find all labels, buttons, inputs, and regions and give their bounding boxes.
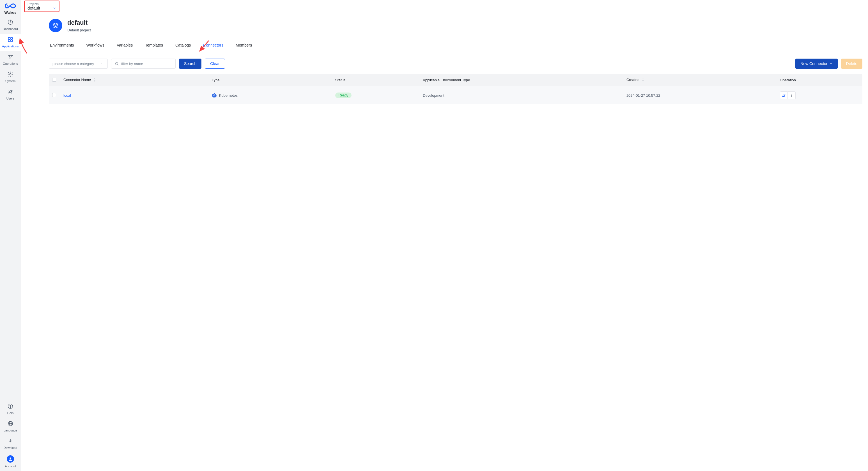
col-env-type: Applicable Environment Type [420, 74, 623, 86]
main-content: Projects default default Default project… [21, 0, 868, 471]
env-type: Development [423, 93, 444, 98]
delete-button[interactable]: Delete [841, 59, 862, 69]
project-selector[interactable]: Projects default [24, 1, 60, 12]
users-icon [7, 89, 13, 95]
tab-connectors[interactable]: Connectors [202, 40, 224, 51]
sidebar-item-label: Language [4, 429, 18, 432]
sidebar-item-operations[interactable]: Operations [0, 51, 21, 68]
tab-variables[interactable]: Variables [116, 40, 134, 51]
svg-point-3 [12, 22, 12, 23]
connector-type: Kubernetes [219, 93, 238, 98]
search-button[interactable]: Search [179, 59, 202, 69]
search-icon [115, 62, 119, 66]
category-placeholder: please choose a category [53, 62, 94, 66]
sidebar-item-label: Applications [2, 44, 19, 48]
sidebar-item-label: Dashboard [3, 27, 18, 31]
svg-point-25 [791, 96, 792, 97]
filter-input-wrap [111, 59, 176, 69]
kubernetes-icon [212, 93, 217, 98]
dashboard-icon [7, 19, 13, 25]
created-at: 2024-01-27 10:57:22 [626, 93, 660, 98]
row-checkbox[interactable] [52, 93, 56, 97]
col-status: Status [332, 74, 420, 86]
tab-catalogs[interactable]: Catalogs [174, 40, 192, 51]
chevron-down-icon [101, 62, 104, 65]
sidebar-item-language[interactable]: Language [0, 418, 21, 435]
svg-point-24 [791, 95, 792, 96]
category-select[interactable]: please choose a category [49, 59, 108, 69]
person-icon [8, 457, 12, 461]
svg-rect-6 [11, 38, 12, 39]
tab-environments[interactable]: Environments [49, 40, 75, 51]
col-created[interactable]: Created [623, 74, 777, 86]
chevron-down-icon [53, 6, 56, 10]
edit-button[interactable] [780, 91, 788, 99]
sidebar-item-label: System [5, 79, 16, 83]
walrus-logo-icon [5, 3, 16, 9]
connectors-table-wrap: Connector Name Type Status Applicable En… [21, 74, 868, 104]
svg-point-19 [116, 62, 118, 65]
sort-icon [642, 78, 644, 82]
table-row: local Kubernetes Ready [49, 86, 862, 104]
sidebar-item-label: Account [5, 465, 16, 468]
new-connector-button[interactable]: New Connector [795, 59, 838, 69]
sidebar-item-users[interactable]: Users [0, 86, 21, 103]
page-subtitle: Default project [67, 28, 91, 32]
page-title: default [67, 19, 91, 26]
filter-input[interactable] [121, 62, 172, 66]
logo: Walrus [0, 0, 21, 16]
clear-button[interactable]: Clear [205, 59, 225, 69]
gear-icon [7, 71, 13, 77]
globe-icon [7, 420, 13, 427]
sidebar-item-applications[interactable]: Applications [0, 34, 21, 51]
svg-point-11 [10, 58, 11, 59]
sidebar-item-label: Download [4, 446, 18, 449]
svg-point-13 [9, 90, 11, 92]
stack-icon [52, 22, 59, 29]
svg-point-4 [10, 21, 11, 21]
svg-point-16 [10, 407, 11, 408]
select-all-checkbox[interactable] [52, 78, 56, 81]
svg-point-15 [8, 404, 13, 409]
sidebar-item-download[interactable]: Download [0, 435, 21, 452]
more-button[interactable] [788, 91, 796, 99]
connector-name-link[interactable]: local [63, 93, 71, 98]
svg-point-22 [214, 95, 214, 96]
account-avatar [7, 455, 14, 463]
sidebar-item-help[interactable]: Help [0, 400, 21, 418]
svg-point-18 [9, 458, 11, 459]
tab-members[interactable]: Members [235, 40, 253, 51]
tab-templates[interactable]: Templates [144, 40, 164, 51]
project-selector-label: Projects [28, 2, 56, 6]
svg-point-23 [791, 94, 792, 95]
svg-point-14 [11, 90, 12, 92]
applications-icon [7, 36, 13, 43]
sidebar-item-label: Operations [3, 62, 18, 65]
tabs: Environments Workflows Variables Templat… [21, 40, 868, 51]
col-type: Type [209, 74, 332, 86]
sort-icon [93, 78, 96, 82]
operations-icon [7, 54, 13, 60]
col-operation: Operation [777, 74, 862, 86]
sidebar-item-label: Help [7, 411, 14, 415]
page-header: default Default project [21, 14, 868, 35]
svg-point-0 [7, 5, 8, 6]
help-icon [7, 403, 13, 409]
tab-workflows[interactable]: Workflows [85, 40, 105, 51]
svg-rect-8 [11, 40, 12, 41]
project-avatar [49, 19, 62, 32]
sidebar: Walrus Dashboard Applications Operations [0, 0, 21, 471]
svg-point-2 [9, 22, 9, 23]
new-connector-label: New Connector [800, 61, 828, 66]
sidebar-item-account[interactable]: Account [0, 452, 21, 471]
download-icon [7, 438, 13, 444]
svg-point-12 [9, 73, 11, 75]
col-connector-name[interactable]: Connector Name [60, 74, 209, 86]
more-vertical-icon [789, 93, 794, 97]
status-badge: Ready [335, 93, 352, 98]
sidebar-item-system[interactable]: System [0, 68, 21, 86]
edit-icon [782, 93, 786, 97]
sidebar-item-label: Users [6, 97, 14, 100]
sidebar-item-dashboard[interactable]: Dashboard [0, 16, 21, 34]
svg-rect-5 [8, 38, 10, 39]
